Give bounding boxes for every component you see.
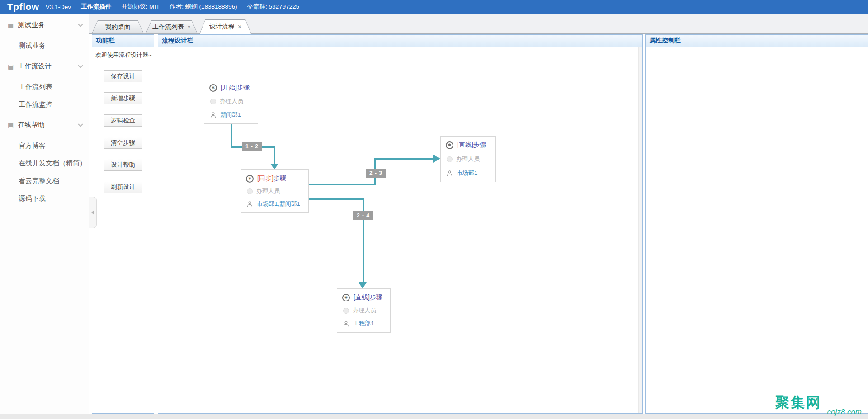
connector-line — [374, 158, 433, 160]
flow-node-line-bottom[interactable]: ✱ [直线]步骤 办理人员 工程部1 — [337, 288, 391, 333]
step-icon: ✱ — [209, 84, 217, 92]
license-text: 开源协议: MIT — [121, 3, 160, 11]
logic-check-button[interactable]: 逻辑检查 — [104, 114, 142, 127]
add-step-button[interactable]: 新增步骤 — [104, 92, 142, 104]
tab-label: 我的桌面 — [105, 23, 131, 31]
arrow-down-icon — [270, 164, 278, 169]
sidebar-group-workflow-design[interactable]: ▤ 工作流设计 — [0, 55, 89, 78]
sidebar-group-label: 在线帮助 — [18, 121, 45, 129]
module-icon: ▤ — [8, 122, 14, 129]
sidebar-item-label: 工作流监控 — [19, 100, 52, 109]
connector-line — [309, 198, 364, 200]
node-assignee: 市场部1 — [457, 169, 477, 177]
arrow-down-icon — [359, 282, 367, 288]
sidebar-item-workflow-list[interactable]: 工作流列表 — [0, 78, 89, 96]
sidebar-item-official-blog[interactable]: 官方博客 — [0, 137, 89, 155]
sidebar-item-online-docs[interactable]: 在线开发文档（精简） — [0, 155, 89, 172]
design-panel-title: 流程设计栏 — [162, 37, 193, 45]
design-panel: 流程设计栏 1 - 2 2 - 3 2 - 4 ✱ — [158, 34, 643, 414]
sidebar-item-label: 工作流列表 — [19, 83, 52, 91]
tab-design-flow[interactable]: 设计流程 × — [199, 19, 251, 34]
arrow-right-icon — [433, 155, 440, 163]
clear-steps-button[interactable]: 清空步骤 — [104, 137, 142, 149]
close-icon[interactable]: × — [238, 24, 241, 30]
sidebar-item-workflow-monitor[interactable]: 工作流监控 — [0, 96, 89, 113]
sidebar-item-test-business[interactable]: 测试业务 — [0, 37, 89, 55]
welcome-text: 欢迎使用流程设计器~ — [92, 47, 154, 60]
watermark-site-name: 聚集网 — [775, 393, 821, 412]
connector-line — [309, 184, 376, 185]
node-assignee: 新闻部1 — [220, 111, 241, 119]
node-assignee: 工程部1 — [353, 320, 374, 328]
sidebar-item-source-download[interactable]: 源码下载 — [0, 190, 89, 207]
tab-label: 工作流列表 — [152, 23, 184, 31]
person-icon — [446, 170, 453, 177]
sidebar-group-label: 工作流设计 — [18, 62, 52, 71]
module-icon: ▤ — [8, 63, 14, 70]
node-role: 办理人员 — [456, 155, 480, 163]
node-role: 办理人员 — [256, 187, 280, 195]
chevron-down-icon — [78, 122, 83, 127]
app-logo: Tpflow — [7, 1, 39, 12]
collapse-left-icon — [91, 210, 94, 215]
sidebar-group-label: 测试业务 — [18, 21, 45, 29]
connector-line — [231, 124, 232, 148]
tab-workflow-list[interactable]: 工作流列表 × — [146, 20, 198, 33]
node-title: [直线]步骤 — [457, 141, 486, 149]
function-panel-header: 功能栏 — [92, 35, 154, 47]
step-icon: ✱ — [246, 175, 254, 183]
connector-line — [274, 146, 275, 165]
connector-label-2-3[interactable]: 2 - 3 — [366, 169, 386, 178]
save-design-button[interactable]: 保存设计 — [104, 70, 142, 82]
sidebar-item-label: 官方博客 — [19, 141, 46, 150]
step-icon: ✱ — [342, 294, 350, 301]
role-icon — [447, 156, 453, 162]
sidebar-item-label: 在线开发文档（精简） — [19, 159, 86, 168]
flow-node-sync[interactable]: ✱ [同步]步骤 办理人员 市场部1,新闻部1 — [241, 169, 309, 213]
node-role: 办理人员 — [220, 97, 243, 105]
module-icon: ▤ — [8, 22, 14, 29]
flow-node-line-right[interactable]: ✱ [直线]步骤 办理人员 市场部1 — [440, 136, 496, 182]
sidebar-group-test-business[interactable]: ▤ 测试业务 — [0, 14, 89, 37]
person-icon — [246, 201, 253, 207]
property-panel-header: 属性控制栏 — [646, 35, 868, 47]
node-assignee: 市场部1,新闻部1 — [257, 200, 300, 208]
function-panel-title: 功能栏 — [96, 37, 115, 45]
role-icon — [343, 308, 349, 314]
chevron-down-icon — [78, 22, 83, 27]
horizontal-scrollbar-strip — [0, 414, 868, 419]
flow-canvas[interactable]: 1 - 2 2 - 3 2 - 4 ✱ [开始]步骤 办理人员 — [158, 47, 642, 413]
function-panel: 功能栏 欢迎使用流程设计器~ 保存设计 新增步骤 逻辑检查 清空步骤 设计帮助 … — [92, 34, 154, 414]
person-icon — [343, 320, 349, 327]
tab-bar: 我的桌面 工作流列表 × 设计流程 × — [89, 14, 868, 34]
role-icon — [247, 188, 253, 194]
sidebar-item-label: 源码下载 — [19, 194, 46, 203]
person-icon — [210, 112, 217, 118]
node-role: 办理人员 — [353, 306, 376, 315]
close-icon[interactable]: × — [187, 24, 191, 30]
flow-node-start[interactable]: ✱ [开始]步骤 办理人员 新闻部1 — [204, 79, 258, 124]
sidebar-collapse-handle[interactable] — [89, 197, 97, 228]
tab-my-desktop[interactable]: 我的桌面 — [92, 20, 144, 33]
top-bar: Tpflow V3.1-Dev 工作流插件 开源协议: MIT 作者: 蝈蝈 (… — [0, 0, 868, 14]
author-text: 作者: 蝈蝈 (1838188896) — [170, 3, 237, 11]
node-title: [同步]步骤 — [257, 174, 286, 183]
sidebar-item-label: 看云完整文档 — [19, 177, 59, 185]
sidebar-group-online-help[interactable]: ▤ 在线帮助 — [0, 113, 89, 137]
sidebar-item-kancloud-docs[interactable]: 看云完整文档 — [0, 172, 89, 190]
connector-label-1-2[interactable]: 1 - 2 — [242, 142, 262, 151]
refresh-design-button[interactable]: 刷新设计 — [104, 181, 142, 193]
design-help-button[interactable]: 设计帮助 — [104, 159, 142, 171]
property-panel-body — [646, 47, 868, 413]
node-title: [直线]步骤 — [354, 293, 382, 301]
tab-label: 设计流程 — [209, 23, 235, 31]
property-panel-title: 属性控制栏 — [649, 37, 681, 45]
step-icon: ✱ — [446, 141, 453, 149]
property-panel: 属性控制栏 — [645, 34, 868, 414]
watermark-site-domain: cojz8.com — [827, 408, 862, 417]
connector-label-2-4[interactable]: 2 - 4 — [353, 211, 373, 220]
role-icon — [210, 99, 216, 104]
sidebar-item-label: 测试业务 — [19, 42, 46, 50]
qq-group-text: 交流群: 532797225 — [247, 3, 300, 11]
design-panel-scrollbar[interactable] — [638, 47, 642, 413]
